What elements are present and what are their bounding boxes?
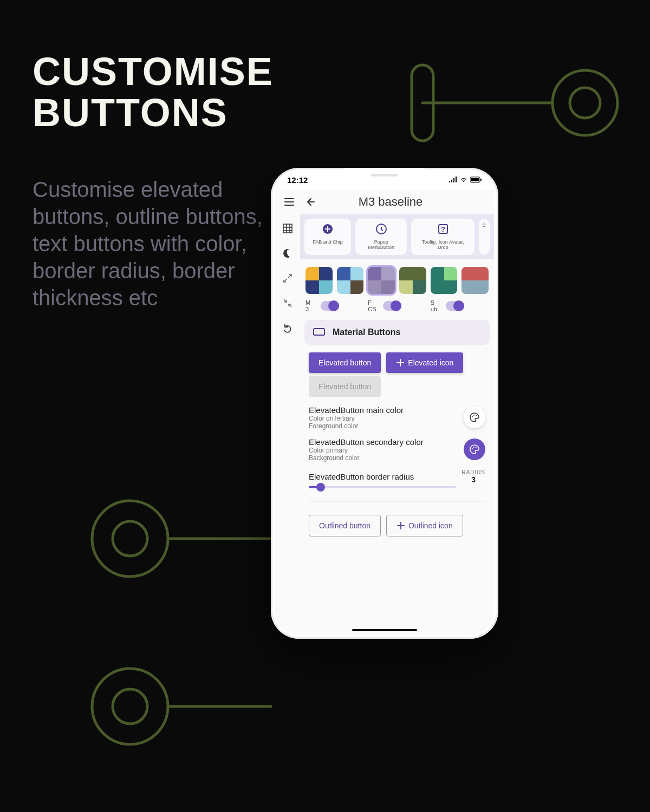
svg-rect-9: [480, 179, 482, 181]
color-picker-main[interactable]: [464, 407, 485, 428]
collapse-icon: [282, 298, 293, 309]
elevated-button[interactable]: Elevated button: [309, 352, 381, 373]
palette-swatch-3[interactable]: [399, 267, 426, 294]
tab-label: Tooltip, Icon Avatar, Drop: [418, 240, 468, 251]
switch-sub[interactable]: [446, 301, 464, 311]
palette-swatch-4[interactable]: [431, 267, 458, 294]
elevated-button-row: Elevated button Elevated icon: [300, 345, 494, 376]
status-icons: [448, 176, 482, 183]
svg-point-6: [113, 689, 147, 724]
radius-value: 3: [461, 475, 485, 484]
rail-grid[interactable]: [282, 223, 293, 234]
svg-point-21: [476, 447, 477, 448]
svg-rect-15: [314, 329, 324, 335]
outlined-icon-label: Outlined icon: [408, 521, 453, 530]
plus-icon: [396, 358, 405, 367]
headline: CUSTOMISE BUTTONS: [32, 51, 274, 133]
svg-rect-2: [412, 65, 433, 141]
tab-label: C: [483, 223, 486, 228]
elevated-disabled-row: Elevated button: [300, 376, 494, 400]
radius-slider-row: [300, 484, 494, 496]
radius-slider[interactable]: [309, 486, 456, 488]
svg-point-17: [473, 415, 474, 416]
headline-line1: CUSTOMISE: [32, 51, 274, 93]
rail-reset[interactable]: [282, 323, 293, 333]
bg-deco-mid: [65, 476, 282, 601]
menu-button[interactable]: [283, 195, 296, 208]
button-shape-icon: [313, 328, 325, 337]
toggle-sub: Sub: [431, 299, 489, 312]
elevated-icon-button[interactable]: Elevated icon: [386, 352, 463, 373]
outlined-button-row: Outlined button Outlined icon: [300, 507, 494, 540]
content-area[interactable]: FAB and Chip Popup MenuButton ? Tooltip,…: [300, 214, 494, 633]
grid-icon: [282, 223, 293, 234]
app-bar: M3 baseline: [275, 189, 494, 214]
tab-strip[interactable]: FAB and Chip Popup MenuButton ? Tooltip,…: [300, 214, 494, 259]
svg-text:?: ?: [441, 225, 445, 233]
tab-tooltip[interactable]: ? Tooltip, Icon Avatar, Drop: [411, 219, 474, 255]
clock-icon: [375, 223, 387, 238]
prop-sub1: Color primary: [309, 447, 458, 454]
outlined-icon-button[interactable]: Outlined icon: [386, 515, 463, 536]
status-time: 12:12: [287, 175, 308, 185]
prop-sub2: Foreground color: [309, 422, 458, 430]
palette-icon: [469, 412, 480, 423]
headline-line2: BUTTONS: [32, 93, 274, 134]
prop-sub2: Background color: [309, 454, 458, 462]
moon-icon: [282, 248, 293, 259]
bg-deco-top: [379, 32, 650, 173]
tab-label: Popup MenuButton: [362, 240, 400, 251]
back-arrow-icon: [304, 197, 315, 207]
palette-swatch-2[interactable]: [368, 267, 395, 294]
prop-title: ElevatedButton border radius: [309, 472, 456, 481]
palette-swatch-0[interactable]: [306, 267, 333, 294]
rail-expand[interactable]: [282, 273, 293, 284]
svg-point-4: [113, 521, 147, 556]
color-picker-secondary[interactable]: [464, 438, 485, 460]
palette-icon: [469, 444, 480, 455]
signal-icon: [448, 176, 457, 183]
prop-title: ElevatedButton main color: [309, 405, 458, 415]
phone-frame: 12:12 M3 baseline: [271, 168, 498, 639]
prop-secondary-color: ElevatedButton secondary color Color pri…: [300, 432, 494, 464]
expand-icon: [282, 273, 293, 284]
toggle-label: Sub: [431, 299, 443, 312]
app-title: M3 baseline: [324, 195, 457, 209]
toggle-row: M3FCSSub: [300, 297, 494, 320]
plus-circle-icon: [322, 223, 334, 238]
palette-swatch-5[interactable]: [461, 267, 489, 294]
outlined-button[interactable]: Outlined button: [309, 515, 381, 536]
palette-swatch-1[interactable]: [337, 267, 364, 294]
prop-title: ElevatedButton secondary color: [309, 437, 458, 447]
app-screen: M3 baseline FAB and Chip: [275, 189, 494, 634]
switch-m3[interactable]: [321, 301, 339, 311]
toggle-fcs: FCS: [368, 299, 426, 312]
radius-label: RADIUS: [461, 469, 485, 475]
palette-row: [300, 259, 494, 297]
tab-fab-chip[interactable]: FAB and Chip: [304, 219, 351, 255]
svg-point-20: [473, 447, 474, 448]
side-rail: [275, 214, 300, 633]
svg-point-0: [552, 70, 618, 135]
svg-point-3: [92, 501, 168, 577]
home-indicator[interactable]: [352, 629, 417, 631]
prop-border-radius: ElevatedButton border radius RADIUS 3: [300, 464, 494, 484]
bg-deco-bottom: [65, 644, 282, 769]
toggle-m3: M3: [306, 299, 363, 312]
elevated-icon-label: Elevated icon: [408, 358, 453, 367]
svg-point-19: [472, 448, 473, 449]
back-button[interactable]: [303, 195, 316, 208]
tab-popup-menu[interactable]: Popup MenuButton: [355, 219, 407, 255]
svg-rect-10: [283, 224, 292, 233]
rail-dark-mode[interactable]: [282, 248, 293, 259]
undo-icon: [282, 323, 293, 333]
tab-more[interactable]: C: [479, 219, 490, 255]
svg-point-18: [476, 415, 477, 416]
subhead: Customise elevated buttons, outline butt…: [32, 176, 282, 311]
wifi-icon: [459, 176, 468, 183]
section-header[interactable]: Material Buttons: [304, 320, 490, 345]
rail-collapse[interactable]: [282, 298, 293, 309]
plus-icon: [396, 521, 405, 530]
elevated-button-disabled: Elevated button: [309, 376, 381, 397]
switch-fcs[interactable]: [383, 301, 401, 311]
